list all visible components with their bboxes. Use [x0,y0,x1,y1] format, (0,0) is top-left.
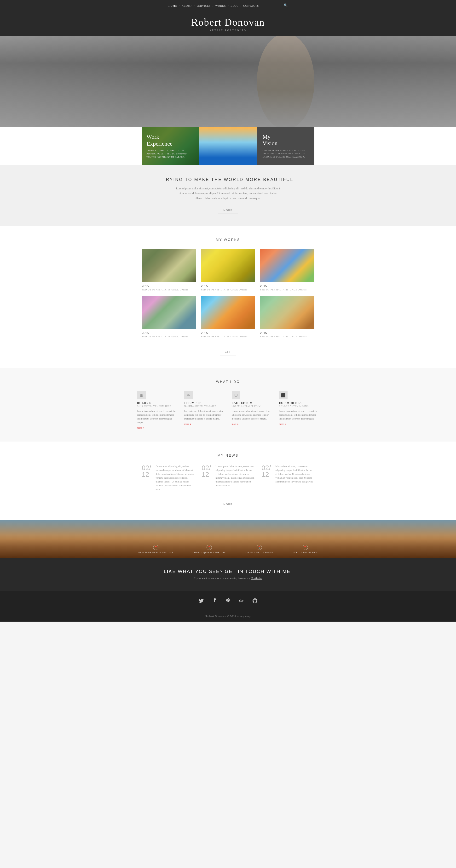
location-icon-3: 📍 [257,545,262,550]
intro-section: TRYING TO MAKE THE WORLD MORE BEAUTIFUL … [0,165,456,226]
feature-title-1: WorkExperience [147,133,195,147]
service-1: ▦ DOLORE QUIS AUTEM VEL EUM IURE Lorem i… [137,391,177,430]
work-year-4: 2015 [142,331,196,335]
search-input[interactable] [264,4,284,7]
contact-label-1: NEW YORK 9870 ST VINCENT [138,552,173,554]
news-day-3: 12 [262,471,272,478]
work-desc-4: SED UT PERSPICIATIS UNDE OMNIS [142,335,196,338]
news-text-3: Massa-dolor sit amet, consectetur adipis… [276,465,314,484]
service-title-3: LAOREETUM [232,401,272,405]
feature-bg-ocean [199,127,257,165]
brand-subtitle: ARTIST PORTFOLIO [0,29,456,32]
services-grid: ▦ DOLORE QUIS AUTEM VEL EUM IURE Lorem i… [137,391,319,430]
work-item-4[interactable]: 2015 SED UT PERSPICIATIS UNDE OMNIS [142,296,196,338]
intro-desc: Lorem ipsum dolor sit amet, consectetur … [175,186,281,201]
service-sub-4: DOLORE AUTEM MAGNA [279,405,319,407]
news-content-2: Lorem ipsum dolor sit amet, consectetur … [216,465,255,491]
contact-label-2: CONTACT@DEMOLINK.ORG [192,552,226,554]
contact-item-1: 📍 NEW YORK 9870 ST VINCENT [138,545,173,554]
cta-title: LIKE WHAT YOU SEE? GET IN TOUCH WITH ME. [5,569,451,574]
news-content-3: Massa-dolor sit amet, consectetur adipis… [276,465,314,491]
search-icon[interactable]: 🔍 [284,3,288,7]
service-sub-3: LOREM AUTEM FERTUM [232,405,272,407]
news-date-3: 02/ 12 [262,465,272,491]
work-info-1: 2015 SED UT PERSPICIATIS UNDE OMNIS [142,284,196,291]
work-year-5: 2015 [201,331,255,335]
pinterest-icon[interactable] [225,597,231,604]
work-info-5: 2015 SED UT PERSPICIATIS UNDE OMNIS [201,331,255,338]
hero-section [0,36,456,127]
intro-title: TRYING TO MAKE THE WORLD MORE BEAUTIFUL [5,177,451,182]
github-icon[interactable] [252,597,258,604]
work-item-6[interactable]: 2015 SED UT PERSPICIATIS UNDE OMNIS [260,296,314,338]
more-button[interactable]: MORE [218,207,238,214]
work-info-4: 2015 SED UT PERSPICIATIS UNDE OMNIS [142,331,196,338]
feature-work-experience: WorkExperience DOLOR SIT AMET, CONSECTET… [142,127,199,165]
service-desc-2: Lorem ipsum dolor sit amet, consectetur … [184,409,225,421]
contact-item-4: 📍 FAX: +1 800 889-9898 [293,545,318,554]
work-year-6: 2015 [260,331,314,335]
works-grid: 2015 SED UT PERSPICIATIS UNDE OMNIS 2015… [142,249,314,338]
location-icon-4: 📍 [303,545,308,550]
work-thumb-5 [201,296,255,329]
nav-bar: HOME / ABOUT / SERVICES / WORKS / BLOG /… [0,0,456,11]
work-item-1[interactable]: 2015 SED UT PERSPICIATIS UNDE OMNIS [142,249,196,291]
contact-item-2: 📍 CONTACT@DEMOLINK.ORG [192,545,226,554]
nav-home[interactable]: HOME [168,4,177,7]
service-more-4[interactable]: more ● [279,423,286,425]
cta-section: LIKE WHAT YOU SEE? GET IN TOUCH WITH ME.… [0,558,456,591]
contact-label-4: FAX: +1 800 889-9898 [293,552,318,554]
work-item-3[interactable]: 2015 SED UT PERSPICIATIS UNDE OMNIS [260,249,314,291]
service-sub-1: QUIS AUTEM VEL EUM IURE [137,405,177,407]
service-2: ✏ IPSUM SIT NAMMA AUTEM VELOMED Lorem ip… [184,391,225,430]
work-year-1: 2015 [142,284,196,288]
portfolio-link[interactable]: Portfolio. [251,577,262,580]
service-icon-1: ▦ [137,391,146,399]
service-icon-2: ✏ [184,391,193,399]
nav-contacts[interactable]: CONTACTS [243,4,259,7]
footer-brand: Robert Donovan [205,614,226,618]
brand-name: Robert Donovan [0,17,456,28]
nav-services[interactable]: SERVICES [197,4,210,7]
service-title-2: IPSUM SIT [184,401,225,405]
news-item-2: 02/ 12 Lorem ipsum dolor sit amet, conse… [202,465,255,491]
news-day-2: 12 [202,471,212,478]
work-desc-3: SED UT PERSPICIATIS UNDE OMNIS [260,288,314,291]
work-info-3: 2015 SED UT PERSPICIATIS UNDE OMNIS [260,284,314,291]
facebook-icon[interactable] [211,597,218,604]
contact-bar: 📍 NEW YORK 9870 ST VINCENT 📍 CONTACT@DEM… [0,520,456,558]
work-thumb-4 [142,296,196,329]
work-item-5[interactable]: 2015 SED UT PERSPICIATIS UNDE OMNIS [201,296,255,338]
service-desc-3: Lorem ipsum dolor sit amet, consectetur … [232,409,272,421]
cta-text: If you want to see more recent works, br… [5,577,451,580]
service-more-1[interactable]: more ● [137,427,144,429]
service-more-3[interactable]: more ● [232,423,239,425]
service-icon-3: ⬡ [232,391,240,399]
googleplus-icon[interactable]: G+ [238,597,245,604]
news-more-button[interactable]: MORE [218,501,238,508]
contact-label-3: TELEPHONE: +1 800 605 [245,552,274,554]
contact-item-3: 📍 TELEPHONE: +1 800 605 [245,545,274,554]
social-bar: G+ [0,591,456,611]
work-item-2[interactable]: 2015 SED UT PERSPICIATIS UNDE OMNIS [201,249,255,291]
news-item-1: 02/ 12 Consectetur adipiscing elit, sed … [142,465,195,491]
twitter-icon[interactable] [198,597,205,604]
service-3: ⬡ LAOREETUM LOREM AUTEM FERTUM Lorem ips… [232,391,272,430]
feature-title-2: MyVision [263,134,309,147]
location-icon-2: 📍 [206,545,212,550]
news-date-1: 02/ 12 [142,465,152,491]
feature-desc-1: DOLOR SIT AMET, CONSECTETUR ADIPISCING E… [147,149,195,159]
nav-works[interactable]: WORKS [215,4,226,7]
service-more-2[interactable]: more ● [184,423,191,425]
nav-blog[interactable]: BLOG [230,4,239,7]
work-desc-1: SED UT PERSPICIATIS UNDE OMNIS [142,288,196,291]
footer-text: Robert Donovan © 2014 Privacy policy [3,614,453,618]
all-works-button[interactable]: ALL [220,349,236,356]
hero-bg [0,36,456,127]
feature-desc-2: CONSECTETUR ADIPISCING ELIT, SED DO EIUS… [263,149,309,159]
nav-about[interactable]: ABOUT [182,4,192,7]
footer-year: © 2014 [227,614,236,618]
privacy-link[interactable]: Privacy policy [237,615,251,618]
service-desc-4: Lorem ipsum dolor sit amet, consectetur … [279,409,319,421]
work-thumb-6 [260,296,314,329]
